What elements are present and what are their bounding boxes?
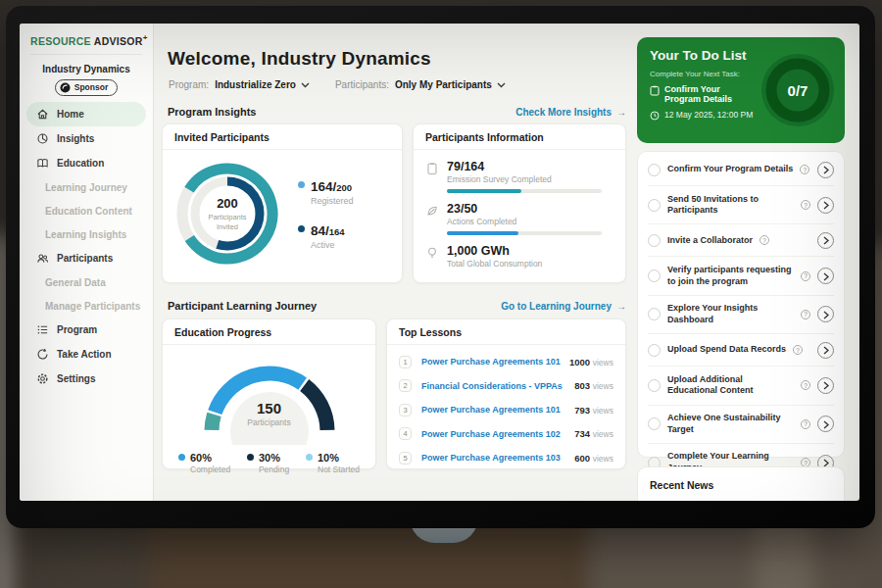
task-row-upload-spend-data-records: Upload Spend Data Records ?: [648, 334, 834, 367]
sidebar-item-general-data[interactable]: General Data: [20, 270, 153, 294]
todo-progress-count: 0/7: [758, 50, 838, 130]
info-icon[interactable]: ?: [801, 419, 810, 429]
sidebar-item-label: Education Content: [45, 206, 132, 217]
sidebar-item-label: Home: [57, 109, 84, 120]
sidebar-item-label: Education: [57, 158, 104, 169]
sidebar-item-label: Learning Insights: [45, 229, 126, 240]
stat-row: 1,000 GWh Total Global Consumption: [425, 244, 613, 269]
card-title: Education Progress: [163, 319, 375, 345]
info-icon[interactable]: ?: [801, 200, 810, 210]
sponsor-icon: [60, 82, 71, 93]
lesson-row: 4 Power Purchase Agreements 102 734 view…: [399, 422, 613, 447]
sponsor-badge[interactable]: Sponsor: [55, 79, 118, 96]
filter-dropdown-participants[interactable]: Participants: Only My Participants: [335, 79, 506, 90]
sidebar-item-learning-journey[interactable]: Learning Journey: [20, 175, 153, 199]
task-open-button[interactable]: [817, 232, 834, 249]
sidebar-item-take-action[interactable]: Take Action: [20, 342, 153, 367]
check-more-insights-link[interactable]: Check More Insights→: [515, 107, 626, 118]
task-open-button[interactable]: [817, 342, 834, 359]
legend-item: 30%Pending: [247, 452, 289, 474]
info-icon[interactable]: ?: [801, 380, 810, 390]
task-checkbox[interactable]: [648, 270, 661, 282]
progress-bar: [447, 189, 602, 193]
news-title: Recent News: [638, 467, 844, 501]
todo-due-date: 12 May 2025, 12:00 PM: [664, 110, 753, 121]
lesson-link[interactable]: Power Purchase Agreements 101: [421, 405, 561, 415]
info-icon[interactable]: ?: [801, 271, 810, 281]
task-checkbox[interactable]: [648, 234, 661, 247]
todo-progress-ring: 0/7: [758, 50, 838, 130]
task-checkbox[interactable]: [648, 417, 661, 430]
participants-information-card: Participants Information 79/164 Emission…: [413, 123, 626, 283]
lesson-row: 5 Power Purchase Agreements 103 600 view…: [399, 446, 613, 470]
sidebar-item-participants[interactable]: Participants: [20, 246, 153, 270]
donut-center: 200 Participants Invited: [172, 159, 282, 269]
gauge-legend: 60%Completed 30%Pending 10%Not Started: [163, 445, 375, 474]
task-checkbox[interactable]: [648, 308, 661, 320]
clipboard-icon: [650, 85, 660, 96]
sidebar-item-insights[interactable]: Insights: [20, 126, 153, 151]
task-open-button[interactable]: [817, 306, 834, 322]
lesson-link[interactable]: Power Purchase Agreements 102: [421, 429, 561, 439]
lesson-rank: 5: [399, 452, 412, 465]
lesson-views: 1000 views: [569, 357, 613, 368]
task-label: Explore Your Insights Dashboard: [667, 303, 794, 325]
lesson-rank: 1: [399, 356, 412, 368]
task-checkbox[interactable]: [648, 164, 661, 176]
info-icon[interactable]: ?: [793, 345, 803, 355]
sidebar-item-label: Program: [57, 324, 97, 335]
sidebar-item-program[interactable]: Program: [20, 318, 153, 342]
stat-label: Total Global Consumption: [447, 259, 542, 269]
education-icon: [36, 157, 49, 170]
lessons-list: 1 Power Purchase Agreements 101 1000 vie…: [387, 345, 625, 475]
sidebar-item-education-content[interactable]: Education Content: [20, 199, 153, 222]
task-checkbox[interactable]: [648, 344, 661, 357]
task-open-button[interactable]: [817, 268, 834, 284]
info-icon[interactable]: ?: [800, 165, 809, 174]
org-name: Industry Dynamics: [20, 64, 153, 74]
task-label: Verify participants requesting to join t…: [667, 265, 794, 287]
card-title: Top Lessons: [387, 319, 625, 345]
go-to-learning-journey-link[interactable]: Go to Learning Journey→: [501, 301, 626, 312]
filter-value: Only My Participants: [395, 79, 492, 90]
lesson-link[interactable]: Power Purchase Agreements 103: [421, 453, 561, 463]
stat-value: 23/50: [447, 202, 602, 216]
sidebar-item-label: Manage Participants: [45, 301, 140, 312]
section-title: Program Insights: [168, 106, 256, 118]
insights-icon: [36, 132, 49, 145]
task-label: Upload Spend Data Records: [667, 344, 786, 356]
section-title: Participant Learning Journey: [168, 300, 317, 312]
legend-dot: [306, 454, 313, 461]
task-open-button[interactable]: [817, 377, 834, 394]
task-open-button[interactable]: [817, 416, 834, 432]
task-open-button[interactable]: [817, 162, 834, 178]
stats-list: 79/164 Emission Survey Completed 23/50 A…: [414, 150, 625, 278]
sidebar-item-settings[interactable]: Settings: [20, 367, 153, 391]
arrow-right-icon: →: [616, 301, 626, 312]
lesson-views: 734 views: [574, 428, 613, 439]
task-checkbox[interactable]: [648, 379, 661, 392]
sidebar-item-manage-participants[interactable]: Manage Participants: [20, 294, 153, 318]
task-label: Confirm Your Program Details: [667, 164, 793, 175]
chevron-right-icon: [823, 306, 829, 323]
lesson-link[interactable]: Financial Considerations - VPPAs: [421, 381, 563, 391]
sidebar-item-label: Learning Journey: [45, 182, 127, 193]
app-logo: RESOURCE ADVISOR+: [30, 24, 142, 55]
sidebar-item-learning-insights[interactable]: Learning Insights: [20, 222, 153, 246]
info-icon[interactable]: ?: [760, 235, 769, 245]
legend-dot: [178, 454, 185, 461]
task-open-button[interactable]: [817, 197, 834, 214]
sidebar-item-home[interactable]: Home: [26, 102, 146, 126]
lesson-link[interactable]: Power Purchase Agreements 101: [421, 357, 561, 367]
task-list: Confirm Your Program Details ? Send 50 I…: [648, 154, 834, 481]
sidebar-item-label: Insights: [57, 133, 94, 144]
todo-summary-card: Your To Do List Complete Your Next Task:…: [637, 37, 845, 143]
donut-legend: 164/200 Registered 84/164 Active: [298, 177, 354, 250]
sidebar-item-label: Participants: [57, 253, 113, 264]
chevron-right-icon: [823, 268, 829, 285]
page-title: Welcome, Industry Dynamics: [168, 48, 431, 70]
task-checkbox[interactable]: [648, 199, 661, 212]
sidebar-item-education[interactable]: Education: [20, 151, 153, 175]
info-icon[interactable]: ?: [801, 310, 810, 319]
filter-dropdown-program[interactable]: Program: Industrialize Zero: [169, 79, 310, 90]
